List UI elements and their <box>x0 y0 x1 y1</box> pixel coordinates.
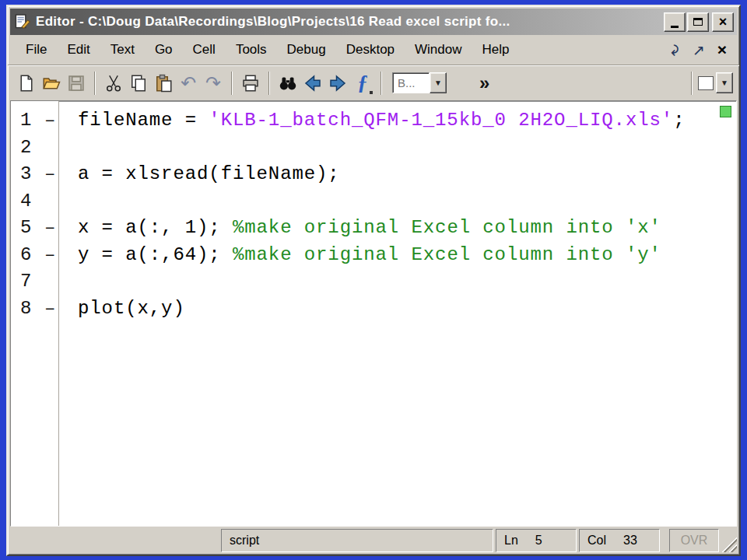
chevron-down-icon: ▼ <box>721 79 728 87</box>
back-button[interactable] <box>300 71 325 96</box>
gutter-row[interactable]: 7 <box>20 268 58 296</box>
editor-pane[interactable]: 1–23–45–6–78– fileName = 'KLB-1_batch_QF… <box>10 100 737 527</box>
line-label: Ln <box>504 534 518 548</box>
gutter-row[interactable]: 4 <box>20 188 58 215</box>
file-type-field: script <box>221 529 493 552</box>
toolbar-separator <box>268 72 270 95</box>
menu-item-text[interactable]: Text <box>100 37 145 62</box>
editor-app-icon <box>13 13 30 30</box>
redo-button[interactable]: ↷ <box>201 71 226 96</box>
toolbar: ↶ ↷ <box>8 65 739 100</box>
document-dropdown-button[interactable]: ▼ <box>716 72 733 93</box>
toolbar-overflow-chevron[interactable]: » <box>479 74 489 93</box>
code-line[interactable] <box>78 188 736 215</box>
print-button[interactable] <box>238 71 263 96</box>
title-bar[interactable]: Editor - C:\Doug Data\Recordings\Blog\Pr… <box>10 9 737 35</box>
gutter-row[interactable]: 5– <box>20 215 58 242</box>
print-icon <box>241 74 260 93</box>
overwrite-indicator: OVR <box>669 529 719 552</box>
undock-icon[interactable]: ↗ <box>693 41 705 59</box>
toolbar-separator <box>231 72 233 95</box>
column-label: Col <box>587 534 606 548</box>
forward-button[interactable] <box>325 71 350 96</box>
menu-items: FileEditTextGoCellToolsDebugDesktopWindo… <box>16 37 519 62</box>
combo-value[interactable]: B... <box>392 72 430 93</box>
document-indicator <box>698 76 714 90</box>
ovr-label: OVR <box>681 534 708 548</box>
open-folder-icon <box>42 74 61 93</box>
minimize-icon <box>671 26 679 28</box>
toolbar-separator <box>381 72 382 95</box>
menu-item-desktop[interactable]: Desktop <box>336 37 405 62</box>
gutter-row[interactable]: 3– <box>20 161 58 188</box>
code-line[interactable]: x = a(:, 1); %make original Excel column… <box>78 215 736 242</box>
maximize-button[interactable] <box>687 12 709 32</box>
menu-dock-controls: ↷ ↗ × <box>668 40 731 59</box>
chevron-down-icon: ▼ <box>434 79 442 87</box>
window-title: Editor - C:\Doug Data\Recordings\Blog\Pr… <box>36 14 662 30</box>
minimize-button[interactable] <box>664 12 686 32</box>
file-type-label: script <box>230 534 259 548</box>
close-document-icon[interactable]: × <box>717 40 727 59</box>
copy-icon <box>129 74 148 93</box>
code-analyzer-indicator[interactable] <box>720 106 731 117</box>
document-bar: ▼ <box>686 72 733 95</box>
find-button[interactable] <box>275 71 300 96</box>
menu-item-debug[interactable]: Debug <box>277 37 336 62</box>
menu-bar: FileEditTextGoCellToolsDebugDesktopWindo… <box>8 35 739 65</box>
gutter: 1–23–45–6–78– <box>11 101 59 526</box>
menu-item-go[interactable]: Go <box>145 37 183 62</box>
back-arrow-icon <box>303 74 322 93</box>
status-bar: script Ln 5 Col 33 OVR <box>10 529 737 552</box>
column-value: 33 <box>623 534 637 548</box>
breakpoint-combo: B... ▼ <box>392 72 447 93</box>
gutter-row[interactable]: 8– <box>20 296 58 323</box>
line-indicator: Ln 5 <box>496 529 577 552</box>
resize-grip[interactable] <box>721 535 737 552</box>
find-binoculars-icon <box>279 74 297 93</box>
code-line[interactable]: y = a(:,64); %make original Excel column… <box>78 242 736 269</box>
toolbar-separator <box>691 72 693 95</box>
gutter-row[interactable]: 6– <box>20 242 58 269</box>
line-value: 5 <box>535 534 542 548</box>
new-file-button[interactable] <box>14 71 39 96</box>
cut-button[interactable] <box>101 71 126 96</box>
editor-window: Editor - C:\Doug Data\Recordings\Blog\Pr… <box>6 5 741 556</box>
copy-button[interactable] <box>126 71 151 96</box>
function-icon: ƒ <box>357 72 368 93</box>
menu-item-cell[interactable]: Cell <box>183 37 226 62</box>
column-indicator: Col 33 <box>579 529 660 552</box>
menu-item-tools[interactable]: Tools <box>226 37 277 62</box>
gutter-row[interactable]: 1– <box>20 107 58 135</box>
function-browser-button[interactable]: ƒ <box>350 71 375 96</box>
close-button[interactable]: × <box>712 12 734 32</box>
code-line[interactable] <box>78 135 736 162</box>
menu-item-file[interactable]: File <box>16 37 57 62</box>
maximize-icon <box>693 18 703 26</box>
close-icon: × <box>719 14 728 30</box>
forward-arrow-icon <box>328 74 347 93</box>
function-dot <box>370 91 373 94</box>
redo-icon: ↷ <box>205 74 221 93</box>
code-line[interactable] <box>78 268 736 296</box>
gutter-row[interactable]: 2 <box>20 135 58 162</box>
undo-button[interactable]: ↶ <box>176 71 201 96</box>
menu-item-edit[interactable]: Edit <box>57 37 100 62</box>
menu-item-help[interactable]: Help <box>472 37 520 62</box>
undo-icon: ↶ <box>181 74 196 93</box>
cut-icon <box>104 74 123 93</box>
statusbar-spacer <box>10 529 219 552</box>
combo-dropdown-button[interactable]: ▼ <box>430 72 447 93</box>
open-file-button[interactable] <box>39 71 64 96</box>
code-area[interactable]: fileName = 'KLB-1_batch_QFM-1_15kb_0 2H2… <box>59 101 736 526</box>
paste-button[interactable] <box>151 71 176 96</box>
save-icon <box>67 74 86 93</box>
new-file-icon <box>17 74 36 93</box>
dock-curved-arrow-icon[interactable]: ↷ <box>665 44 682 56</box>
code-line[interactable]: a = xlsread(fileName); <box>78 161 736 188</box>
save-button[interactable] <box>64 71 89 96</box>
menu-item-window[interactable]: Window <box>405 37 472 62</box>
toolbar-separator <box>94 72 96 95</box>
code-line[interactable]: plot(x,y) <box>78 296 736 323</box>
code-line[interactable]: fileName = 'KLB-1_batch_QFM-1_15kb_0 2H2… <box>78 107 736 135</box>
